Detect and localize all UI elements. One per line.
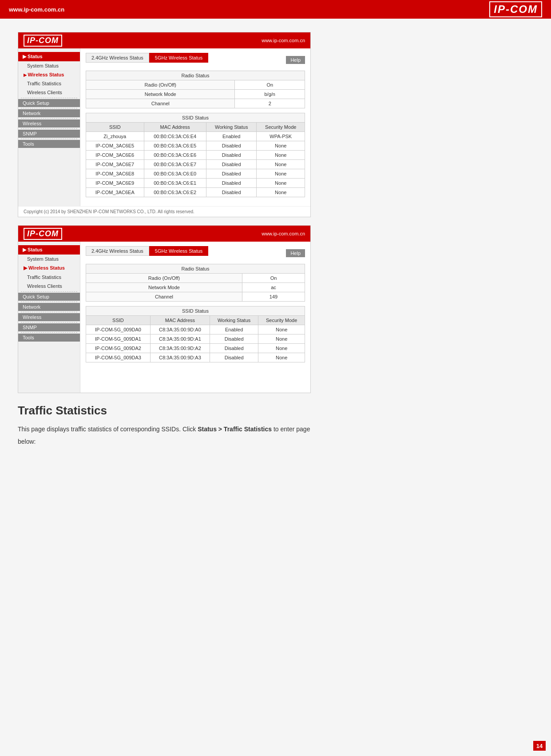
radio-status-title-2: Radio Status: [86, 264, 305, 274]
sidebar-divider-2c: [21, 312, 77, 312]
network-mode-label-1: Network Mode: [86, 90, 235, 99]
router-panel-2: IP-COM www.ip-com.com.cn ▶ Status System…: [18, 225, 311, 393]
copyright-1: Copyright (c) 2014 by SHENZHEN IP-COM NE…: [18, 206, 310, 217]
sidebar-status-2[interactable]: ▶ Status: [18, 245, 80, 255]
sidebar-1: ▶ Status System Status Wireless Status T…: [18, 48, 80, 206]
sidebar-wireless-status-1[interactable]: Wireless Status: [18, 70, 80, 79]
sidebar-divider-1b: [21, 108, 77, 108]
sidebar-snmp-2[interactable]: SNMP: [18, 323, 80, 331]
page-content: IP-COM www.ip-com.com.cn ▶ Status System…: [0, 19, 551, 756]
sidebar-quick-setup-1[interactable]: Quick Setup: [18, 99, 80, 107]
tab-24ghz-2[interactable]: 2.4GHz Wireless Status: [86, 246, 149, 256]
sidebar-wireless-2[interactable]: Wireless: [18, 313, 80, 321]
panel-url-2: www.ip-com.com.cn: [262, 231, 305, 236]
channel-label-2: Channel: [86, 292, 242, 302]
sidebar-divider-2d: [21, 322, 77, 322]
sidebar-system-status-1[interactable]: System Status: [18, 61, 80, 70]
ssid-col-header-2: SSID: [86, 316, 151, 325]
working-col-header-1: Working Status: [206, 123, 257, 132]
tab-5ghz-2[interactable]: 5GHz Wireless Status: [149, 246, 209, 256]
sidebar-wireless-1[interactable]: Wireless: [18, 119, 80, 127]
panel-body-1: ▶ Status System Status Wireless Status T…: [18, 48, 310, 206]
table-row: IP-COM_3AC6E8 00:B0:C6:3A:C6:E0 Disabled…: [86, 169, 305, 179]
sidebar-divider-2a: [21, 291, 77, 292]
sidebar-tools-1[interactable]: Tools: [18, 140, 80, 148]
sidebar-wireless-status-2[interactable]: ▶ Wireless Status: [18, 263, 80, 273]
page-number: 14: [533, 741, 546, 751]
desc-bold: Status > Traffic Statistics: [198, 426, 272, 433]
sidebar-traffic-stats-1[interactable]: Traffic Statistics: [18, 79, 80, 88]
sidebar-wireless-clients-2[interactable]: Wireless Clients: [18, 282, 80, 290]
radio-onoff-label-1: Radio (On/Off): [86, 80, 235, 90]
radio-onoff-value-2: On: [242, 274, 305, 283]
tab-24ghz-1[interactable]: 2.4GHz Wireless Status: [86, 53, 149, 63]
panel-url-1: www.ip-com.com.cn: [262, 38, 305, 43]
panel-main-1: 2.4GHz Wireless Status 5GHz Wireless Sta…: [80, 48, 310, 206]
sidebar-tools-2[interactable]: Tools: [18, 334, 80, 342]
help-button-1[interactable]: Help: [286, 56, 305, 64]
mac-col-header-1: MAC Address: [144, 123, 206, 132]
ssid-status-table-1: SSID Status SSID MAC Address Working Sta…: [86, 113, 305, 197]
ssid-status-title-2: SSID Status: [86, 306, 305, 316]
channel-value-2: 149: [242, 292, 305, 302]
sidebar-divider-2b: [21, 302, 77, 302]
ssid-status-title-1: SSID Status: [86, 113, 305, 123]
network-mode-label-2: Network Mode: [86, 283, 242, 292]
radio-onoff-value-1: On: [235, 80, 305, 90]
panel-main-2: 2.4GHz Wireless Status 5GHz Wireless Sta…: [80, 242, 310, 393]
sidebar-network-2[interactable]: Network: [18, 303, 80, 311]
ssid-status-table-2: SSID Status SSID MAC Address Working Sta…: [86, 306, 305, 362]
table-row: Zi_zhouya 00:B0:C6:3A:C6:E4 Enabled WPA-…: [86, 132, 305, 141]
sidebar-snmp-1[interactable]: SNMP: [18, 130, 80, 138]
table-row: IP-COM-5G_009DA0 C8:3A:35:00:9D:A0 Enabl…: [86, 325, 305, 334]
table-row: IP-COM_3AC6E5 00:B0:C6:3A:C6:E5 Disabled…: [86, 141, 305, 151]
header-logo: IP-COM: [489, 1, 542, 17]
panel-header-1: IP-COM www.ip-com.com.cn: [18, 32, 310, 48]
sidebar-traffic-stats-2[interactable]: Traffic Statistics: [18, 273, 80, 282]
page-description: This page displays traffic statistics of…: [18, 423, 311, 448]
security-col-header-1: Security Mode: [257, 123, 305, 132]
table-row: IP-COM_3AC6EA 00:B0:C6:3A:C6:E2 Disabled…: [86, 188, 305, 197]
table-row: IP-COM-5G_009DA2 C8:3A:35:00:9D:A2 Disab…: [86, 344, 305, 353]
working-col-header-2: Working Status: [210, 316, 258, 325]
sidebar-network-1[interactable]: Network: [18, 109, 80, 117]
table-row: IP-COM_3AC6E6 00:B0:C6:3A:C6:E6 Disabled…: [86, 151, 305, 160]
radio-status-table-1: Radio Status Radio (On/Off) On Network M…: [86, 71, 305, 108]
panel-header-2: IP-COM www.ip-com.com.cn: [18, 226, 310, 242]
ssid-col-header-1: SSID: [86, 123, 144, 132]
table-row: IP-COM_3AC6E9 00:B0:C6:3A:C6:E1 Disabled…: [86, 179, 305, 188]
table-row: IP-COM-5G_009DA3 C8:3A:35:00:9D:A3 Disab…: [86, 353, 305, 362]
page-section-title: Traffic Statistics: [18, 404, 533, 418]
panel-logo-2: IP-COM: [24, 228, 62, 240]
network-mode-value-2: ac: [242, 283, 305, 292]
tab-bar-1: 2.4GHz Wireless Status 5GHz Wireless Sta…: [86, 53, 208, 63]
router-panel-1: IP-COM www.ip-com.com.cn ▶ Status System…: [18, 32, 311, 217]
desc-text-1: This page displays traffic statistics of…: [18, 426, 198, 433]
sidebar-status-1[interactable]: ▶ Status: [18, 52, 80, 61]
security-col-header-2: Security Mode: [258, 316, 305, 325]
sidebar-divider-1d: [21, 128, 77, 129]
sidebar-quick-setup-2[interactable]: Quick Setup: [18, 293, 80, 301]
sidebar-divider-1a: [21, 98, 77, 98]
radio-status-table-2: Radio Status Radio (On/Off) On Network M…: [86, 264, 305, 302]
sidebar-system-status-2[interactable]: System Status: [18, 255, 80, 263]
sidebar-2: ▶ Status System Status ▶ Wireless Status…: [18, 242, 80, 393]
table-row: IP-COM-5G_009DA1 C8:3A:35:00:9D:A1 Disab…: [86, 334, 305, 344]
sidebar-wireless-clients-1[interactable]: Wireless Clients: [18, 88, 80, 97]
channel-value-1: 2: [235, 99, 305, 108]
top-header: www.ip-com.com.cn IP-COM: [0, 0, 551, 19]
sidebar-divider-1c: [21, 118, 77, 119]
sidebar-divider-2e: [21, 332, 77, 333]
channel-label-1: Channel: [86, 99, 235, 108]
radio-onoff-label-2: Radio (On/Off): [86, 274, 242, 283]
tab-5ghz-1[interactable]: 5GHz Wireless Status: [149, 53, 209, 63]
mac-col-header-2: MAC Address: [150, 316, 210, 325]
radio-status-title-1: Radio Status: [86, 71, 305, 80]
panel-body-2: ▶ Status System Status ▶ Wireless Status…: [18, 242, 310, 393]
table-row: IP-COM_3AC6E7 00:B0:C6:3A:C6:E7 Disabled…: [86, 160, 305, 169]
network-mode-value-1: b/g/n: [235, 90, 305, 99]
tab-bar-2: 2.4GHz Wireless Status 5GHz Wireless Sta…: [86, 246, 208, 256]
panel-logo-1: IP-COM: [24, 35, 62, 47]
help-button-2[interactable]: Help: [286, 249, 305, 257]
sidebar-divider-1e: [21, 139, 77, 139]
